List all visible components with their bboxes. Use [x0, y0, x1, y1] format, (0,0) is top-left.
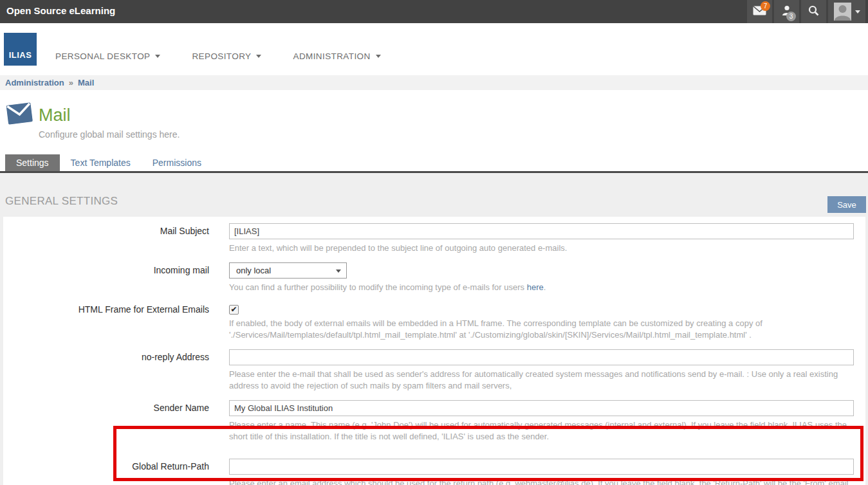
form-row-global-return-path: Global Return-Path Please enter an email…	[3, 456, 865, 485]
incoming-mail-select[interactable]: only local	[229, 262, 347, 279]
html-frame-label: HTML Frame for External Emails	[3, 302, 229, 341]
chevron-down-icon	[855, 10, 860, 14]
form-row-mail-subject: Mail Subject Enter a text, which will be…	[3, 221, 865, 260]
breadcrumb: Administration»Mail	[0, 75, 868, 90]
html-frame-checkbox[interactable]: ✔	[229, 305, 239, 315]
breadcrumb-separator: »	[69, 78, 73, 87]
global-return-path-input[interactable]	[229, 459, 854, 475]
form-row-incoming-mail: Incoming mail only local You can find a …	[3, 260, 865, 299]
main-navigation: ILIAS PERSONAL DESKTOP REPOSITORY ADMINI…	[0, 23, 868, 75]
noreply-address-input[interactable]	[229, 349, 854, 365]
tab-bar: Settings Text Templates Permissions	[0, 154, 868, 173]
incoming-mail-here-link[interactable]: here	[527, 282, 544, 292]
sender-name-input[interactable]	[229, 400, 854, 416]
top-bar: Open Source eLearning 7 3	[0, 0, 868, 23]
mail-subject-label: Mail Subject	[3, 223, 229, 254]
mail-envelope-icon	[6, 102, 33, 127]
incoming-mail-selected-value: only local	[236, 266, 271, 275]
sender-name-help: Please enter a name. This name (e.g. 'Jo…	[229, 419, 854, 443]
form-header: GENERAL SETTINGS Save	[0, 173, 868, 217]
tab-text-templates[interactable]: Text Templates	[60, 154, 142, 171]
nav-menu: PERSONAL DESKTOP REPOSITORY ADMINISTRATI…	[55, 51, 381, 61]
form-row-html-frame: HTML Frame for External Emails ✔ If enab…	[3, 299, 865, 347]
mail-subject-input[interactable]	[229, 223, 854, 239]
tab-settings[interactable]: Settings	[5, 154, 60, 171]
form-row-sender-name: Sender Name Please enter a name. This na…	[3, 398, 865, 448]
mail-badge: 7	[761, 1, 770, 11]
global-return-path-label: Global Return-Path	[3, 459, 229, 485]
general-settings-form: Mail Subject Enter a text, which will be…	[3, 217, 865, 485]
nav-item-personal-desktop[interactable]: PERSONAL DESKTOP	[55, 51, 160, 61]
chevron-down-icon	[256, 55, 261, 58]
contacts-button[interactable]: 3	[774, 0, 799, 23]
nav-item-repository[interactable]: REPOSITORY	[192, 51, 261, 61]
breadcrumb-link-administration[interactable]: Administration	[5, 78, 64, 87]
breadcrumb-link-mail[interactable]: Mail	[78, 78, 94, 87]
form-row-noreply-address: no-reply Address Please enter the e-mail…	[3, 347, 865, 398]
mail-button[interactable]: 7	[747, 0, 772, 23]
page-title: Mail	[39, 105, 71, 125]
tab-permissions[interactable]: Permissions	[142, 154, 212, 171]
page-header: Mail Configure global mail settings here…	[0, 90, 868, 154]
ilias-logo-text: ILIAS	[9, 50, 32, 66]
form-wrapper: Mail Subject Enter a text, which will be…	[0, 217, 868, 485]
sender-name-label: Sender Name	[3, 400, 229, 443]
search-button[interactable]	[801, 0, 826, 23]
search-icon	[808, 5, 819, 19]
incoming-mail-help: You can find a further possibility to mo…	[229, 282, 854, 293]
html-frame-help: If enabled, the body of external emails …	[229, 318, 854, 341]
page-subtitle: Configure global mail settings here.	[39, 129, 180, 140]
noreply-address-label: no-reply Address	[3, 349, 229, 392]
nav-item-administration[interactable]: ADMINISTRATION	[293, 51, 380, 61]
content-area: GENERAL SETTINGS Save Mail Subject Enter…	[0, 173, 868, 485]
mail-subject-help: Enter a text, which will be prepended to…	[229, 243, 854, 254]
contacts-badge: 3	[786, 12, 796, 21]
topbar-icon-group: 7 3	[745, 0, 865, 23]
user-menu-button[interactable]	[828, 0, 865, 23]
avatar	[834, 3, 851, 21]
global-return-path-help: Please enter an email address which shou…	[229, 478, 854, 485]
app-title: Open Source eLearning	[6, 5, 115, 16]
section-title: GENERAL SETTINGS	[5, 195, 118, 208]
noreply-address-help: Please enter the e-mail that shall be us…	[229, 369, 854, 392]
chevron-down-icon	[376, 55, 381, 58]
ilias-logo[interactable]: ILIAS	[4, 33, 37, 66]
save-button[interactable]: Save	[827, 196, 866, 213]
incoming-mail-label: Incoming mail	[3, 262, 229, 293]
chevron-down-icon	[336, 270, 341, 273]
chevron-down-icon	[155, 55, 160, 58]
